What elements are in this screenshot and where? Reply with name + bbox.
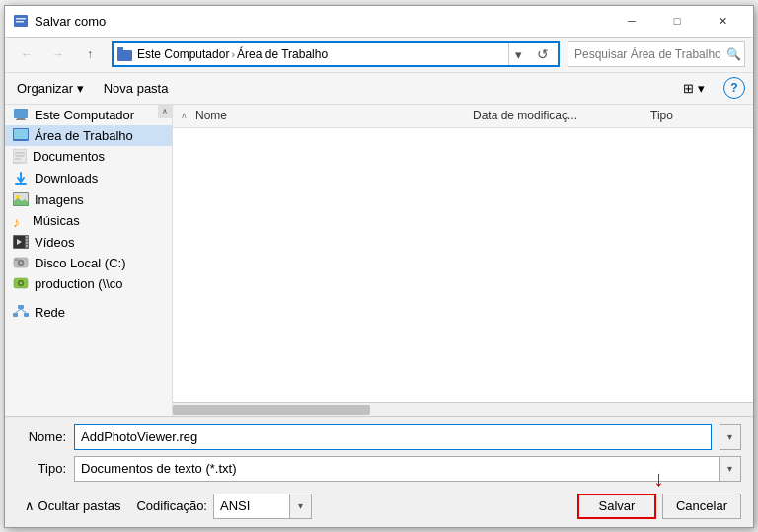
sidebar-label-disk: Disco Local (C:) [35,256,125,270]
sidebar-item-downloads[interactable]: Downloads [5,168,172,190]
network-icon [13,305,29,319]
svg-line-38 [16,309,22,313]
desktop-icon [13,128,29,142]
downloads-icon [13,171,29,187]
column-date[interactable]: Data de modificaç... [469,109,646,122]
column-type[interactable]: Tipo [646,109,745,122]
name-row: Nome: ▾ [17,424,741,450]
type-select[interactable]: Documentos de texto (*.txt) [74,456,720,482]
filename-input[interactable] [74,424,712,450]
svg-rect-31 [15,259,19,261]
sidebar-label-music: Músicas [33,213,80,228]
maximize-button[interactable]: □ [654,5,700,37]
save-dialog: Salvar como ─ □ ✕ ← → ↑ Este Computador … [4,5,754,528]
sidebar-label-computer: Este Computador [35,108,134,122]
music-icon: ♪ [13,213,27,229]
dialog-icon [13,13,29,29]
sidebar-label-videos: Vídeos [35,235,74,250]
svg-rect-25 [26,242,28,244]
disk-icon [13,256,29,269]
sidebar-item-disk[interactable]: Disco Local (C:) [5,253,172,273]
encoding-select-wrapper: ANSI ▾ [213,494,312,519]
organize-button[interactable]: Organizar ▾ [13,79,88,98]
search-bar[interactable]: 🔍 [568,41,745,67]
svg-rect-26 [26,245,28,247]
computer-icon [13,108,29,121]
sidebar-item-documents[interactable]: Documentos [5,146,172,168]
hide-folders-toggle[interactable]: ∧ Ocultar pastas [17,496,128,515]
svg-rect-16 [15,183,27,185]
svg-rect-37 [24,313,29,317]
svg-rect-7 [16,119,26,120]
svg-rect-3 [117,50,132,61]
hide-folders-label: ∧ Ocultar pastas [25,498,120,513]
minimize-button[interactable]: ─ [609,5,654,37]
sidebar-item-videos[interactable]: Vídeos [5,232,172,253]
cancel-button[interactable]: Cancelar [662,494,741,519]
up-button[interactable]: ↑ [76,41,104,67]
filename-dropdown-button[interactable]: ▾ [720,424,741,450]
search-icon: 🔍 [726,47,741,61]
scrollbar-thumb[interactable] [173,405,370,415]
name-label: Nome: [17,429,66,444]
dialog-title: Salvar como [35,14,609,29]
path-separator-1: › [231,48,235,60]
sidebar: ∧ Este Computador Área de Trabalho [5,105,173,416]
save-wrapper: ↓ Salvar [577,494,656,519]
sidebar-item-production[interactable]: production (\\co [5,273,172,294]
bottom-form: Nome: ▾ Tipo: Documentos de texto (*.txt… [5,416,753,490]
sidebar-label-production: production (\\co [35,276,123,291]
sidebar-label-desktop: Área de Trabalho [35,128,133,143]
sidebar-scroll-up[interactable]: ∧ [158,105,172,118]
forward-button[interactable]: → [44,41,72,67]
encoding-label: Codificação: [136,498,207,513]
address-path: Este Computador › Área de Trabalho [137,47,504,61]
sidebar-item-computer[interactable]: Este Computador [5,105,172,125]
videos-icon [13,235,29,249]
address-refresh-button[interactable]: ↺ [532,43,554,65]
bottom-actions: ∧ Ocultar pastas Codificação: ANSI ▾ ↓ S… [5,490,753,527]
path-part-computer: Este Computador [137,47,229,61]
sidebar-item-music[interactable]: ♪ Músicas [5,210,172,232]
sidebar-label-images: Imagens [35,192,84,207]
svg-rect-9 [14,129,28,139]
sidebar-item-images[interactable]: Imagens [5,190,172,210]
address-dropdown-button[interactable]: ▾ [508,43,528,65]
type-dropdown-button[interactable]: ▾ [720,456,741,482]
svg-line-39 [21,309,27,313]
save-button[interactable]: Salvar [577,494,656,519]
encoding-row: Codificação: ANSI ▾ [136,494,569,519]
title-controls: ─ □ ✕ [609,5,745,37]
close-button[interactable]: ✕ [700,5,745,37]
column-sort-icon[interactable]: ∧ [181,111,188,120]
encoding-select[interactable]: ANSI [213,494,290,519]
address-bar[interactable]: Este Computador › Área de Trabalho ▾ ↺ [112,41,560,67]
help-button[interactable]: ? [723,77,745,99]
back-button[interactable]: ← [13,41,40,67]
file-header: ∧ Nome Data de modificaç... Tipo [173,105,753,128]
svg-rect-5 [14,109,28,118]
documents-icon [13,149,27,165]
sidebar-label-network: Rede [35,305,65,320]
svg-rect-24 [26,239,28,241]
action-buttons: ↓ Salvar Cancelar [577,494,741,519]
svg-rect-2 [16,21,24,23]
column-name[interactable]: Nome [191,109,469,122]
sidebar-label-documents: Documentos [33,149,105,164]
images-icon [13,192,29,206]
svg-rect-1 [16,18,26,20]
type-row: Tipo: Documentos de texto (*.txt) ▾ [17,456,741,482]
horizontal-scrollbar[interactable] [173,402,753,416]
network-disk-icon [13,276,29,290]
type-label: Tipo: [17,461,66,476]
svg-point-34 [20,282,22,284]
view-button[interactable]: ⊞ ▾ [676,78,712,99]
search-input[interactable] [574,47,722,61]
encoding-dropdown-button[interactable]: ▾ [290,494,312,519]
sidebar-item-desktop[interactable]: Área de Trabalho [5,125,172,146]
new-folder-button[interactable]: Nova pasta [100,79,173,98]
down-arrow-icon: ↓ [653,466,664,492]
file-list[interactable] [173,128,753,402]
svg-text:♪: ♪ [13,214,20,229]
sidebar-item-network[interactable]: Rede [5,302,172,323]
